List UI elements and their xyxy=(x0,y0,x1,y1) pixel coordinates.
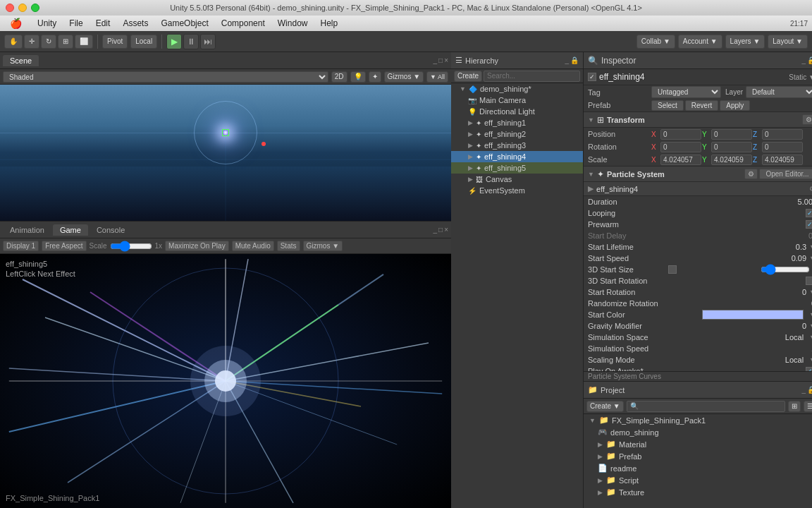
stats-btn[interactable]: Stats xyxy=(277,241,300,251)
project-search[interactable] xyxy=(627,401,785,412)
rotate-tool[interactable]: ↻ xyxy=(41,35,56,49)
layer-select[interactable]: Default xyxy=(746,86,812,98)
tab-animation[interactable]: Animation xyxy=(3,224,51,236)
ps-color-swatch[interactable] xyxy=(702,310,804,320)
pause-button[interactable]: ⏸ xyxy=(183,34,199,49)
scale-x-input[interactable] xyxy=(660,155,701,165)
menu-gameobject[interactable]: GameObject xyxy=(155,17,214,30)
apply-btn[interactable]: Apply xyxy=(720,100,750,111)
pos-x-input[interactable] xyxy=(660,129,701,140)
ps-looping-check[interactable] xyxy=(806,209,812,217)
hier-lock[interactable]: 🔒 xyxy=(570,56,579,64)
game-close[interactable]: × xyxy=(444,226,448,234)
project-item-fxpack[interactable]: ▼ 📁 FX_Simple_Shining_Pack1 xyxy=(584,414,812,426)
particle-system-header[interactable]: ▼ ✦ Particle System ⚙ Open Editor... xyxy=(584,166,812,182)
hierarchy-search[interactable] xyxy=(484,71,580,82)
ps-3drot-check[interactable] xyxy=(806,277,812,285)
menu-assets[interactable]: Assets xyxy=(117,17,154,30)
scale-tool[interactable]: ⊞ xyxy=(58,35,73,49)
pos-z-input[interactable] xyxy=(762,129,803,140)
layout-button[interactable]: Layout ▼ xyxy=(768,35,808,49)
game-maximize[interactable]: □ xyxy=(438,226,443,234)
ps-prewarm-check[interactable] xyxy=(806,220,812,229)
hierarchy-create[interactable]: Create xyxy=(454,71,482,82)
rot-y-input[interactable] xyxy=(711,142,752,152)
pos-y-input[interactable] xyxy=(711,129,752,140)
scene-collapse[interactable]: _ xyxy=(433,56,438,64)
hier-item-eff4[interactable]: ▶ ✦ eff_shining4 xyxy=(451,151,583,162)
project-list-icon[interactable]: ☰ xyxy=(804,401,812,412)
hier-item-demo[interactable]: ▼ 🔷 demo_shining* xyxy=(451,83,583,95)
fx-button[interactable]: ✦ xyxy=(369,71,381,83)
hier-item-eventsys[interactable]: ⚡ EventSystem xyxy=(451,185,583,196)
scene-close[interactable]: × xyxy=(444,56,448,64)
game-gizmos[interactable]: Gizmos ▼ xyxy=(303,241,343,251)
menu-file[interactable]: File xyxy=(63,17,88,30)
ps-settings[interactable]: ⚙ xyxy=(744,169,758,179)
scale-y-input[interactable] xyxy=(711,155,752,165)
tab-console[interactable]: Console xyxy=(90,224,132,236)
static-label[interactable]: Static ▼ xyxy=(789,73,812,81)
mute-audio[interactable]: Mute Audio xyxy=(232,241,274,251)
scene-maximize[interactable]: □ xyxy=(438,56,443,64)
scene-all[interactable]: ▼ All xyxy=(426,71,448,83)
tab-scene[interactable]: Scene xyxy=(3,55,39,66)
layers-button[interactable]: Layers ▼ xyxy=(725,35,765,49)
object-name[interactable]: eff_shining4 xyxy=(599,72,786,82)
inspector-scroll[interactable]: eff_shining4 Static ▼ Tag Untagged Layer… xyxy=(584,69,812,371)
rot-x-input[interactable] xyxy=(660,142,701,152)
scene-gizmos[interactable]: Gizmos ▼ xyxy=(384,71,424,83)
rot-z-input[interactable] xyxy=(762,142,803,152)
active-checkbox[interactable] xyxy=(588,73,596,81)
hier-item-camera[interactable]: 📷 Main Camera xyxy=(451,95,583,106)
hier-item-eff5[interactable]: ▶ ✦ eff_shining5 xyxy=(451,162,583,174)
inspector-collapse[interactable]: _ xyxy=(801,56,806,64)
tab-game[interactable]: Game xyxy=(53,224,88,236)
project-collapse[interactable]: _ xyxy=(801,386,806,394)
maximize-button[interactable] xyxy=(31,4,39,12)
menu-edit[interactable]: Edit xyxy=(90,17,116,30)
project-item-script[interactable]: ▶ 📁 Script xyxy=(584,474,812,486)
local-button[interactable]: Local xyxy=(130,35,157,49)
play-button[interactable]: ▶ xyxy=(166,34,182,49)
game-collapse[interactable]: _ xyxy=(433,226,438,234)
hier-item-eff2[interactable]: ▶ ✦ eff_shining2 xyxy=(451,128,583,140)
menu-help[interactable]: Help xyxy=(314,17,343,30)
transform-settings[interactable]: ⚙ xyxy=(802,114,812,125)
shading-select[interactable]: Shaded xyxy=(3,71,328,83)
minimize-button[interactable] xyxy=(18,4,27,12)
scene-viewport[interactable] xyxy=(0,85,451,221)
maximize-play[interactable]: Maximize On Play xyxy=(165,241,229,251)
aspect-select[interactable]: Free Aspect xyxy=(42,241,86,251)
ps-3dsize-check[interactable] xyxy=(668,265,677,274)
display-select[interactable]: Display 1 xyxy=(3,241,39,251)
game-viewport[interactable]: eff_shining5 LeftClick Next Effect FX_Si… xyxy=(0,254,451,508)
pivot-button[interactable]: Pivot xyxy=(102,35,128,49)
apple-menu[interactable]: 🍎 xyxy=(4,16,27,30)
project-item-material[interactable]: ▶ 📁 Material xyxy=(584,438,812,450)
rect-tool[interactable]: ⬜ xyxy=(75,35,93,49)
project-item-demoshining[interactable]: 🎮 demo_shining xyxy=(584,426,812,438)
project-item-readme[interactable]: 📄 readme xyxy=(584,462,812,474)
hier-item-light[interactable]: 💡 eff_shining4 Directional Light xyxy=(451,106,583,117)
lighting-button[interactable]: 💡 xyxy=(350,71,366,83)
step-button[interactable]: ⏭ xyxy=(200,34,216,49)
open-editor-btn[interactable]: Open Editor... xyxy=(759,169,812,179)
project-view-icon[interactable]: ⊞ xyxy=(788,401,801,412)
menu-unity[interactable]: Unity xyxy=(32,17,62,30)
transform-header[interactable]: ▼ ⊞ Transform ⚙ xyxy=(584,111,812,128)
scale-slider[interactable] xyxy=(110,242,152,250)
close-button[interactable] xyxy=(6,4,14,12)
inspector-lock[interactable]: 🔒 xyxy=(807,56,812,64)
ps-size-slider[interactable] xyxy=(761,266,810,273)
hier-item-eff3[interactable]: ▶ ✦ eff_shining3 xyxy=(451,140,583,151)
scale-z-input[interactable] xyxy=(762,155,803,165)
ps-settings2[interactable]: ⚙ xyxy=(809,185,812,193)
hier-item-canvas[interactable]: ▶ 🖼 Canvas xyxy=(451,174,583,185)
collab-button[interactable]: Collab ▼ xyxy=(636,35,675,49)
tag-select[interactable]: Untagged xyxy=(651,86,721,98)
account-button[interactable]: Account ▼ xyxy=(678,35,722,49)
select-btn[interactable]: Select xyxy=(651,100,684,111)
move-tool[interactable]: ✛ xyxy=(24,35,39,49)
hier-collapse[interactable]: _ xyxy=(565,56,569,64)
